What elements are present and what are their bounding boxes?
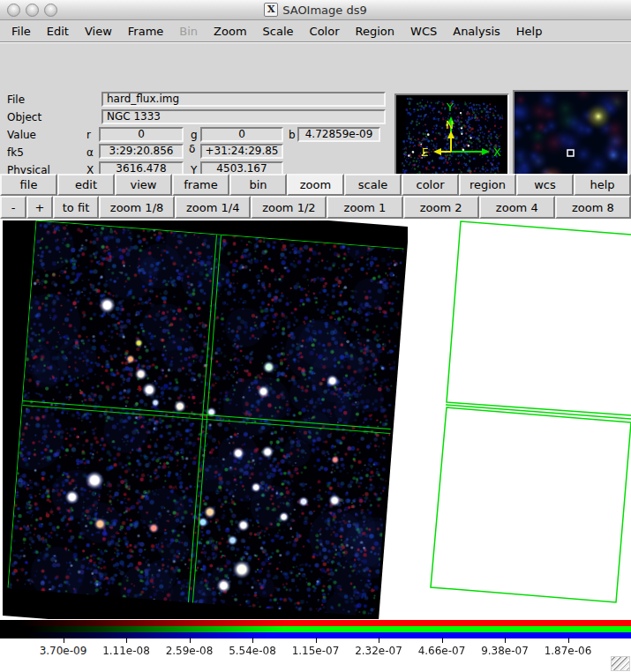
- zoom-1-8-button[interactable]: zoom 1/8: [99, 196, 175, 219]
- object-value-field[interactable]: NGC 1333: [101, 109, 386, 124]
- colorbar-tick-label: 9.38e-07: [469, 645, 540, 657]
- menu-file[interactable]: File: [4, 25, 39, 38]
- value-g-field[interactable]: 0: [200, 127, 283, 142]
- file-label: File: [7, 93, 25, 106]
- menu-wcs[interactable]: WCS: [402, 25, 445, 38]
- tab-edit[interactable]: edit: [57, 174, 115, 196]
- value-b-field[interactable]: 4.72859e-09: [297, 127, 380, 142]
- menu-analysis[interactable]: Analysis: [445, 25, 508, 38]
- zoom-2-button[interactable]: zoom 2: [403, 196, 479, 219]
- tab-bin[interactable]: bin: [229, 174, 287, 196]
- colorbar-tick-label: 2.32e-07: [343, 645, 414, 657]
- zoom-1-4-button[interactable]: zoom 1/4: [175, 196, 251, 219]
- tab-frame[interactable]: frame: [172, 174, 229, 196]
- colorbar-tick-label: 1.87e-06: [533, 645, 604, 657]
- menu-frame[interactable]: Frame: [120, 25, 172, 38]
- fk5-delta-key: δ: [189, 143, 195, 155]
- window-title: SAOImage ds9: [282, 4, 367, 17]
- compass-x-label: X: [493, 146, 501, 159]
- colorbar-tick: [505, 638, 506, 643]
- x11-app-icon: X: [264, 3, 278, 17]
- toolbar-zoom-actions: -+to fitzoom 1/8zoom 1/4zoom 1/2zoom 1zo…: [0, 196, 631, 219]
- title-bar: X SAOImage ds9: [0, 0, 631, 20]
- menu-view[interactable]: View: [77, 25, 120, 38]
- tab-file[interactable]: file: [0, 174, 57, 196]
- colorbar-tick: [442, 638, 443, 643]
- to-fit-button[interactable]: to fit: [53, 196, 99, 219]
- object-label: Object: [7, 111, 41, 123]
- zoom-out-button[interactable]: -: [0, 196, 26, 219]
- display-area: [0, 219, 631, 620]
- colorbar-tick-label: 1.15e-07: [281, 645, 351, 657]
- colorbar-tick: [190, 638, 191, 643]
- colorbar-tick-label: 1.11e-08: [91, 645, 162, 657]
- value-r-key: r: [86, 129, 91, 141]
- value-b-key: b: [289, 129, 296, 141]
- colorbar-tick: [126, 638, 127, 643]
- value-r-field[interactable]: 0: [99, 127, 184, 142]
- tab-region[interactable]: region: [459, 174, 516, 196]
- value-g-key: g: [191, 129, 198, 141]
- tab-color[interactable]: color: [402, 174, 459, 196]
- colorbar-tick: [379, 638, 379, 643]
- compass-north-label: N: [446, 119, 454, 131]
- toolbar-categories: fileeditviewframebinzoomscalecolorregion…: [0, 174, 631, 196]
- colorbar-tick: [316, 638, 317, 643]
- fk5-ra-field[interactable]: 3:29:20.856: [99, 144, 184, 159]
- menu-bar: FileEditViewFrameBinZoomScaleColorRegion…: [0, 20, 631, 42]
- colorbar-green-band: [0, 626, 631, 632]
- menu-edit[interactable]: Edit: [39, 25, 77, 38]
- zoom-8-button[interactable]: zoom 8: [555, 196, 631, 219]
- fk5-alpha-key: α: [86, 146, 94, 159]
- compass-east-label: E: [422, 146, 429, 159]
- menu-region[interactable]: Region: [348, 25, 403, 38]
- frame2-canvas[interactable]: [408, 220, 631, 619]
- colorbar-red-band: [0, 620, 631, 626]
- tab-wcs[interactable]: wcs: [516, 174, 574, 196]
- menu-help[interactable]: Help: [508, 25, 551, 38]
- resize-grip[interactable]: [611, 656, 630, 671]
- compass-y-label: Y: [446, 101, 454, 114]
- fk5-label: fk5: [7, 146, 24, 159]
- tab-view[interactable]: view: [115, 174, 172, 196]
- colorbar-tick: [252, 638, 253, 643]
- menu-color[interactable]: Color: [302, 25, 348, 38]
- value-label: Value: [7, 129, 36, 141]
- menu-zoom[interactable]: Zoom: [206, 25, 254, 38]
- colorbar-tick-label: 3.70e-09: [28, 645, 99, 657]
- colorbar-tick-label: 5.54e-08: [217, 645, 288, 657]
- tab-help[interactable]: help: [574, 174, 631, 196]
- zoom-in-button[interactable]: +: [26, 196, 53, 219]
- colorbar-tick: [568, 638, 569, 643]
- frame1-image-canvas[interactable]: [3, 220, 408, 619]
- colorbar-tick-label: 4.66e-07: [407, 645, 477, 657]
- zoom-4-button[interactable]: zoom 4: [479, 196, 555, 219]
- zoom-1-2-button[interactable]: zoom 1/2: [251, 196, 327, 219]
- fk5-dec-field[interactable]: +31:24:29.85: [200, 144, 283, 159]
- colorbar-tick-label: 2.59e-08: [154, 645, 225, 657]
- tab-scale[interactable]: scale: [344, 174, 402, 196]
- frame2-region-outlines: [408, 220, 631, 619]
- file-value-field[interactable]: hard_flux.img: [101, 92, 386, 107]
- menu-scale[interactable]: Scale: [255, 25, 302, 38]
- colorbar[interactable]: [0, 620, 631, 638]
- colorbar-tick: [64, 638, 64, 643]
- menu-bin: Bin: [171, 25, 206, 38]
- tab-zoom[interactable]: zoom: [287, 174, 344, 196]
- zoom-1-button[interactable]: zoom 1: [327, 196, 402, 219]
- starfield-image: [8, 220, 404, 616]
